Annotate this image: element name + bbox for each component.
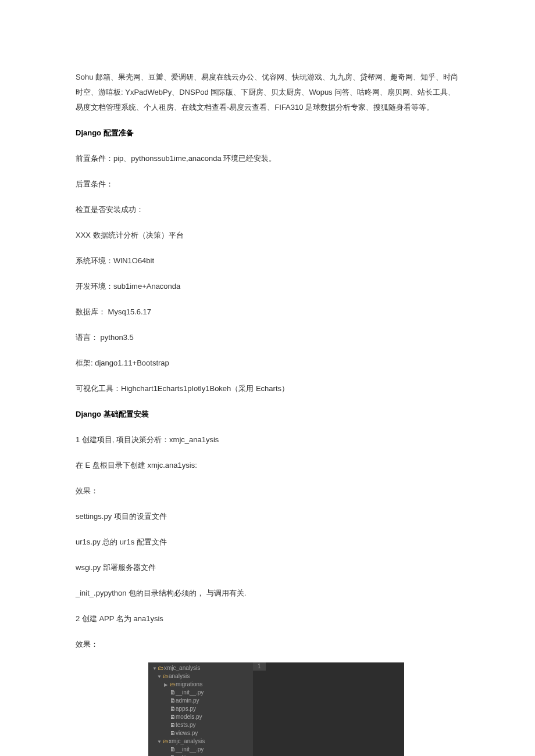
paragraph: 检直是否安装成功： xyxy=(76,202,459,217)
paragraph: 语言： python3.5 xyxy=(76,330,459,345)
tree-item-label: apps.py xyxy=(176,705,196,712)
paragraph: XXX 数据统计分析（决策）平台 xyxy=(76,228,459,243)
tree-item-label: xmjc_analysis xyxy=(169,738,205,744)
tree-item-label: analysis xyxy=(169,673,190,679)
file-icon: 🗎 xyxy=(170,705,176,713)
file-icon: 🗎 xyxy=(170,754,176,756)
document-page: Sohu 邮箱、果壳网、豆瓣、爱调研、易度在线云办公、优容网、快玩游戏、九九房、… xyxy=(0,0,535,756)
file-icon: 🗎 xyxy=(170,697,176,705)
paragraph: 框架: django1.11+Bootstrap xyxy=(76,356,459,371)
tree-item-label: migrations xyxy=(176,681,202,687)
file-icon: 🗎 xyxy=(170,721,176,729)
paragraph: 效果： xyxy=(76,483,459,499)
tree-item-label: __init__.py xyxy=(176,746,204,753)
folder-icon: 🗁 xyxy=(163,737,169,746)
paragraph: wsgi.py 部署服务器文件 xyxy=(76,560,459,575)
tree-item-label: views.py xyxy=(176,730,198,736)
paragraph: 开发环境：sub1ime+Anaconda xyxy=(76,279,459,294)
tree-item: ▼🗁 analysis xyxy=(150,672,251,680)
file-icon: 🗎 xyxy=(170,729,176,737)
paragraph: 在 E 盘根目录下创建 xmjc.ana1ysis: xyxy=(76,458,459,473)
tree-item: ▶🗁 migrations xyxy=(150,680,251,689)
editor-gutter: 1 xyxy=(253,662,266,671)
tree-item-label: tests.py xyxy=(176,722,195,728)
tree-item: 🗎 tests.py xyxy=(150,721,251,729)
folder-icon: 🗁 xyxy=(163,672,169,680)
ide-screenshot: ▼🗁 xmjc_analysis▼🗁 analysis▶🗁 migrations… xyxy=(148,662,404,756)
tree-arrow-icon: ▼ xyxy=(157,739,162,745)
tree-item: 🗎 __init__.py xyxy=(150,746,251,754)
file-icon: 🗎 xyxy=(170,746,176,754)
folder-icon: 🗁 xyxy=(158,664,164,672)
paragraph: 效果： xyxy=(76,637,459,652)
paragraph: 后置条件： xyxy=(76,177,459,192)
tree-arrow-icon: ▶ xyxy=(164,682,169,688)
paragraph: 前置条件：pip、pythonssub1ime,anaconda 环境已经安装。 xyxy=(76,151,459,166)
tree-item-label: __init__.py xyxy=(176,689,204,696)
tree-item: 🗎 __init__.py xyxy=(150,689,251,697)
tree-arrow-icon: ▼ xyxy=(157,673,162,680)
tree-item: ▼🗁 xmjc_analysis xyxy=(150,737,251,746)
tree-item-label: xmjc_analysis xyxy=(164,665,200,671)
tree-item: 🗎 models.py xyxy=(150,713,251,721)
editor-panel: 1 xyxy=(253,662,404,756)
paragraph: 1 创建项目, 项目决策分析：xmjc_ana1ysis xyxy=(76,432,459,447)
tree-item: 🗎 settings.py xyxy=(150,754,251,756)
paragraph: settings.py 项目的设置文件 xyxy=(76,509,459,524)
tree-item: 🗎 views.py xyxy=(150,729,251,737)
tree-item: 🗎 apps.py xyxy=(150,705,251,713)
paragraph: ur1s.py 总的 ur1s 配置文件 xyxy=(76,535,459,550)
file-icon: 🗎 xyxy=(170,713,176,721)
paragraph: Sohu 邮箱、果壳网、豆瓣、爱调研、易度在线云办公、优容网、快玩游戏、九九房、… xyxy=(76,70,459,115)
file-tree-panel: ▼🗁 xmjc_analysis▼🗁 analysis▶🗁 migrations… xyxy=(148,662,253,756)
paragraph: 可视化工具：Highchart1Echarts1pIotly1Bokeh（采用 … xyxy=(76,381,459,396)
paragraph: 系统环境：WlN1O64bit xyxy=(76,253,459,268)
tree-item: 🗎 admin.py xyxy=(150,697,251,705)
paragraph: _init_.pypython 包的目录结构必须的， 与调用有关. xyxy=(76,586,459,601)
heading-django-base-install: Django 基础配置安装 xyxy=(76,407,459,422)
tree-arrow-icon: ▼ xyxy=(152,665,157,672)
tree-item: ▼🗁 xmjc_analysis xyxy=(150,664,251,672)
tree-item-label: admin.py xyxy=(176,697,199,704)
paragraph: 2 创建 APP 名为 ana1ysis xyxy=(76,611,459,626)
tree-item-label: models.py xyxy=(176,714,202,720)
heading-django-config-prep: Django 配置准备 xyxy=(76,126,459,141)
paragraph: 数据库： Mysq15.6.17 xyxy=(76,304,459,320)
folder-icon: 🗁 xyxy=(170,680,176,689)
file-icon: 🗎 xyxy=(170,689,176,697)
